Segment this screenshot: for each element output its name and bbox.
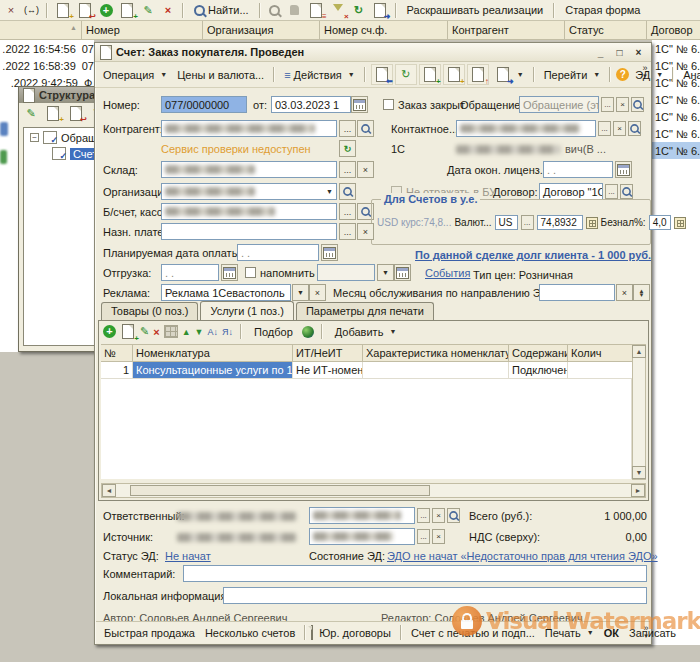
search-disabled-icon[interactable] (266, 1, 284, 19)
edit-row-icon[interactable]: ✎ (140, 325, 149, 338)
invoice-signed-button[interactable]: Счет с печатью и подп... (407, 624, 539, 642)
responsible-clear-button[interactable]: × (432, 508, 445, 523)
account-select-button[interactable]: ... (339, 203, 356, 220)
table-row[interactable]: 1С" № 6. (652, 40, 700, 57)
calendar-button[interactable] (394, 264, 411, 281)
scroll-down-icon[interactable]: ▼ (632, 466, 646, 479)
dropdown-icon[interactable]: ▼ (326, 188, 333, 195)
contract-select-button[interactable]: ... (605, 184, 618, 199)
close-icon[interactable]: × (631, 46, 646, 59)
appeal-select-button[interactable]: ... (601, 97, 614, 112)
column-header[interactable]: Колич (568, 344, 632, 362)
table-row[interactable]: 1С" № 6. (652, 91, 700, 108)
column-header[interactable]: Номенклатура (133, 344, 293, 362)
responsible-select-button[interactable]: ... (417, 508, 430, 523)
license-date-input[interactable]: . . (543, 161, 613, 178)
source-clear-button[interactable]: × (432, 529, 445, 544)
sort-column-header[interactable]: ▲ (0, 21, 82, 39)
appeal-input[interactable]: Обращение (этап работ) 077/000027 (519, 96, 599, 113)
counterparty-input[interactable] (161, 120, 337, 137)
contact-input[interactable] (456, 120, 596, 137)
edit-icon[interactable]: ✎ (22, 104, 40, 122)
actions-menu[interactable]: ≡Действия▼ (280, 67, 359, 83)
shipment-date-input[interactable]: . . (161, 264, 219, 281)
contact-select-button[interactable]: ... (598, 121, 611, 136)
column-header[interactable]: Организация (203, 21, 320, 39)
calculator-icon[interactable] (674, 217, 686, 229)
appeal-clear-button[interactable]: × (616, 97, 629, 112)
sort-desc-icon[interactable]: Я↓ (222, 327, 233, 337)
find-button[interactable]: Найти... (189, 1, 254, 19)
contact-open-button[interactable] (628, 121, 641, 136)
source-select-button[interactable]: ... (417, 529, 430, 544)
table-row[interactable]: 1С" № 6. (652, 125, 700, 142)
contact-clear-button[interactable]: × (613, 121, 626, 136)
reread-icon[interactable]: ⬅ (371, 64, 393, 85)
scroll-left-icon[interactable]: ◄ (102, 484, 116, 497)
new-doc-icon[interactable]: + (419, 64, 441, 85)
dialog-titlebar[interactable]: Счет: Заказ покупателя. Проведен _ □ × (95, 43, 651, 62)
column-header[interactable]: Контрагент (448, 21, 565, 39)
collapse-icon[interactable]: − (30, 133, 39, 142)
remind-checkbox[interactable] (245, 267, 256, 278)
output-menu[interactable]: ➜▼ (491, 65, 528, 85)
nomenclature-cell[interactable]: Консультационные услуги по 1С:Пре... (133, 362, 293, 379)
tab-goods[interactable]: Товары (0 поз.) (101, 302, 198, 321)
tab-services[interactable]: Услуги (1 поз.) (200, 301, 293, 320)
import-icon[interactable]: ➜ (370, 1, 390, 19)
delete-row-icon[interactable]: × (153, 326, 159, 338)
prices-currency-button[interactable]: Цены и валюта... (173, 67, 268, 83)
move-up-icon[interactable]: ▲ (182, 327, 191, 337)
report-icon[interactable]: ≡ (306, 1, 326, 19)
column-header[interactable]: Номер (82, 21, 203, 39)
items-table-row[interactable]: 1 Консультационные услуги по 1С:Пре... Н… (101, 362, 632, 379)
ed-menu[interactable]: ЭД▼ (631, 67, 667, 83)
scrollbar-thumb[interactable] (130, 485, 430, 496)
save-button[interactable]: Записать (625, 624, 680, 642)
vertical-scrollbar[interactable]: ▲ ▼ (632, 344, 646, 480)
tab-print-params[interactable]: Параметры для печати (296, 302, 434, 321)
calendar-button[interactable] (351, 96, 368, 113)
client-debt-link[interactable]: По данной сделке долг клиента - 1 000 ру… (415, 249, 649, 261)
minimize-icon[interactable]: _ (593, 46, 608, 59)
ad-input[interactable]: Реклама 1Севастополь (161, 284, 291, 301)
legal-contracts-button[interactable]: Юр. договоры (315, 624, 395, 642)
edit-icon[interactable]: ✎ (139, 1, 157, 19)
column-header[interactable]: № (101, 344, 133, 362)
spinner-button[interactable]: ▲▼ (633, 284, 650, 301)
print-menu-button[interactable]: Печать▼ (541, 624, 598, 642)
old-form-button[interactable]: Старая форма (560, 1, 645, 19)
toolbar-overflow-icon[interactable]: »▼ (642, 64, 648, 80)
pick-icon[interactable] (302, 326, 314, 338)
ed-status-link[interactable]: Не начат (165, 550, 211, 562)
responsible-input[interactable] (309, 507, 415, 524)
multiple-invoices-button[interactable]: Несколько счетов (201, 624, 299, 642)
contract-input[interactable]: Договор "1С" (539, 183, 603, 200)
sort-asc-icon[interactable]: А↓ (208, 327, 219, 337)
calendar-button[interactable] (221, 264, 238, 281)
copy-based-icon[interactable]: ↩ (75, 1, 95, 19)
warehouse-clear-button[interactable]: × (357, 161, 374, 178)
ok-button[interactable]: ОК (600, 624, 623, 642)
column-header[interactable]: Договор (647, 21, 700, 39)
column-header[interactable]: Номер сч.ф. (320, 21, 448, 39)
counterparty-select-button[interactable]: ... (339, 120, 356, 137)
grid-settings-icon[interactable] (164, 325, 178, 338)
date-input[interactable]: 03.03.2023 1 (271, 96, 351, 113)
purpose-clear-button[interactable]: × (357, 223, 374, 240)
new-based-icon[interactable]: + (53, 1, 73, 19)
scroll-right-icon[interactable]: ► (631, 484, 645, 497)
cashless-input[interactable]: 4,0 (649, 215, 671, 230)
column-header[interactable]: Содержание... (509, 344, 568, 362)
add-menu-button[interactable]: Добавить▼ (330, 323, 402, 341)
purpose-select-button[interactable]: ... (339, 223, 356, 240)
remind-date-input[interactable] (317, 264, 375, 281)
new-based-icon[interactable]: + (43, 104, 63, 122)
table-row[interactable]: .2022 16:54:56 07 (0, 40, 94, 57)
warehouse-input[interactable] (161, 161, 337, 178)
order-analysis-button[interactable]: Анализ заказа (679, 67, 700, 83)
comment-input[interactable] (183, 565, 647, 582)
horizontal-scrollbar[interactable]: ◄ ► (101, 483, 646, 498)
scroll-up-icon[interactable]: ▲ (632, 345, 646, 358)
calendar-button[interactable] (321, 244, 338, 261)
